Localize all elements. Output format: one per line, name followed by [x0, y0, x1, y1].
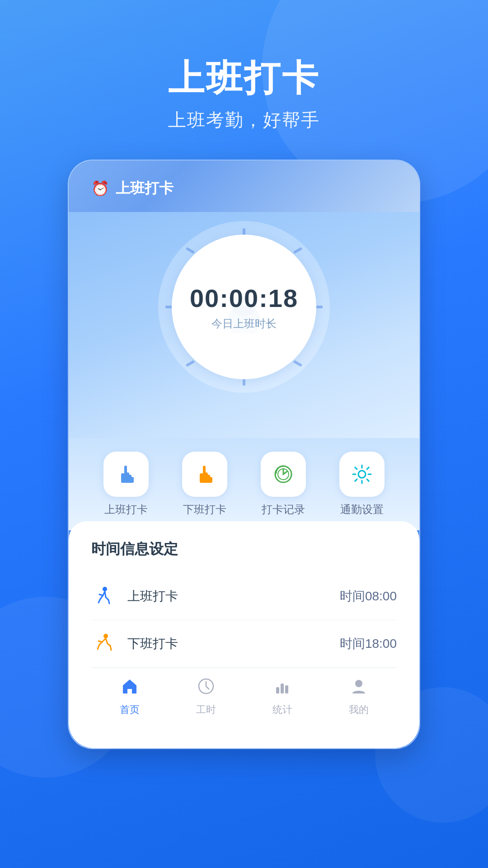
work-out-value: 时间18:00	[340, 635, 397, 652]
svg-rect-12	[281, 684, 284, 693]
hours-icon	[197, 677, 215, 699]
check-out-btn-icon	[182, 452, 227, 497]
svg-point-7	[358, 471, 366, 478]
clock-tick-bl	[186, 360, 195, 367]
stats-icon	[273, 677, 291, 699]
work-in-icon	[91, 584, 117, 609]
settings-label: 通勤设置	[340, 502, 384, 517]
nav-me[interactable]: 我的	[349, 677, 369, 717]
work-out-name: 下班打卡	[127, 635, 340, 652]
svg-rect-13	[285, 685, 288, 693]
svg-point-8	[103, 587, 107, 591]
home-icon	[121, 677, 139, 699]
check-out-button[interactable]: 下班打卡	[182, 452, 227, 517]
clock-tick-br	[293, 360, 302, 367]
work-in-setting[interactable]: 上班打卡 时间08:00	[91, 573, 397, 620]
work-out-setting[interactable]: 下班打卡 时间18:00	[91, 620, 397, 668]
settings-button[interactable]: 通勤设置	[339, 452, 385, 517]
clock-tick-tl	[186, 247, 195, 254]
clock-outer-ring: 00:00:18 今日上班时长	[158, 221, 330, 393]
clock-face: 00:00:18 今日上班时长	[172, 235, 316, 379]
nav-stats-label: 统计	[272, 703, 292, 717]
svg-point-14	[355, 680, 362, 687]
action-buttons-row: 上班打卡 下班打卡 打卡记录	[69, 438, 419, 530]
nav-stats[interactable]: 统计	[272, 677, 292, 717]
work-in-value: 时间08:00	[340, 588, 397, 605]
records-button[interactable]: 打卡记录	[261, 452, 306, 517]
time-settings-section: 时间信息设定 上班打卡 时间08:00	[69, 521, 419, 748]
clock-sublabel: 今日上班时长	[211, 316, 277, 331]
work-in-name: 上班打卡	[127, 588, 340, 605]
svg-rect-11	[276, 687, 279, 693]
app-name: 上班打卡	[116, 179, 174, 198]
check-out-label: 下班打卡	[183, 502, 226, 517]
phone-mockup: ⏰ 上班打卡	[68, 160, 420, 749]
clock-section: 00:00:18 今日上班时长	[69, 212, 419, 438]
records-btn-icon	[261, 452, 306, 497]
nav-hours[interactable]: 工时	[196, 677, 216, 717]
nav-home[interactable]: 首页	[120, 677, 140, 717]
check-in-button[interactable]: 上班打卡	[103, 452, 149, 517]
settings-btn-icon	[339, 452, 385, 497]
clock-time: 00:00:18	[190, 283, 298, 313]
clock-tick-tr	[293, 247, 302, 254]
nav-me-label: 我的	[349, 703, 369, 717]
nav-hours-label: 工时	[196, 703, 216, 717]
alarm-icon: ⏰	[91, 180, 109, 197]
settings-section-title: 时间信息设定	[91, 539, 397, 559]
nav-home-label: 首页	[120, 703, 140, 717]
me-icon	[350, 677, 368, 699]
check-in-label: 上班打卡	[104, 502, 148, 517]
work-out-icon	[91, 631, 117, 656]
check-in-btn-icon	[103, 452, 149, 497]
app-header: ⏰ 上班打卡	[69, 160, 419, 212]
bottom-navigation: 首页 工时 统计	[91, 668, 397, 730]
records-label: 打卡记录	[262, 502, 305, 517]
